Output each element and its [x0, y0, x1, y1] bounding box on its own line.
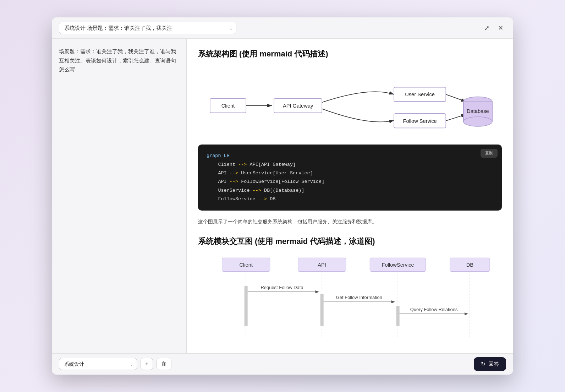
code-line-4: API --> FollowService[Follow Service]	[207, 178, 493, 186]
right-panel: 系统架构图 (使用 mermaid 代码描述) Client	[187, 39, 513, 353]
code-block: 复制 graph LR Client --> API[API Gateway] …	[198, 145, 502, 211]
left-panel: 场景题：需求：谁关注了我，我关注了谁，谁与我互相关注。表该如何设计，索引怎么建。…	[52, 39, 187, 353]
window-controls: ⤢ ✕	[481, 23, 506, 33]
arrow-user-db	[446, 94, 466, 102]
bottom-select[interactable]: 系统设计	[59, 358, 137, 370]
activation-follow	[396, 306, 400, 326]
arrow-follow-db	[446, 114, 466, 121]
msg2-text: Get Follow Information	[336, 295, 382, 300]
close-button[interactable]: ✕	[495, 23, 506, 33]
title-bar: 系统设计 场景题：需求：谁关注了我，我关注 ⤢ ✕	[52, 17, 513, 39]
swimlane-api-text: API	[318, 262, 326, 268]
bottom-select-wrapper: 系统设计	[59, 358, 137, 370]
code-line-3: API --> UserService[User Service]	[207, 169, 493, 178]
title-select[interactable]: 系统设计 场景题：需求：谁关注了我，我关注	[59, 22, 236, 34]
delete-button[interactable]: 🗑	[157, 358, 171, 370]
submit-label: 回答	[488, 361, 499, 368]
user-service-label: User Service	[405, 92, 435, 98]
code-line-6: FollowService --> DB	[207, 195, 493, 203]
submit-button[interactable]: ↻ 回答	[474, 357, 506, 371]
arrow-api-user	[322, 92, 394, 103]
swimlane-client-text: Client	[239, 262, 252, 268]
msg1-text: Request Follow Data	[260, 285, 303, 290]
arrow-api-follow	[322, 109, 394, 122]
swimlane-db-text: DB	[466, 262, 473, 268]
client-label: Client	[221, 103, 235, 109]
swimlane-title: 系统模块交互图 (使用 mermaid 代码描述，泳道图)	[198, 236, 502, 247]
expand-button[interactable]: ⤢	[481, 23, 492, 33]
activation-client	[245, 286, 248, 326]
db-bottom-ellipse	[463, 117, 492, 126]
code-line-2: Client --> API[API Gateway]	[207, 160, 493, 169]
swimlane-svg: Client API FollowService DB	[198, 254, 502, 342]
follow-service-label: Follow Service	[403, 118, 437, 124]
swimlane-diagram: Client API FollowService DB	[198, 254, 502, 343]
arch-svg: Client API Gateway User Service	[198, 66, 502, 146]
arch-description: 这个图展示了一个简单的社交服务系统架构，包括用户服务、关注服务和数据库。	[198, 218, 502, 226]
add-button[interactable]: +	[141, 358, 153, 370]
submit-icon: ↻	[481, 361, 486, 367]
main-content: 场景题：需求：谁关注了我，我关注了谁，谁与我互相关注。表该如何设计，索引怎么建。…	[52, 39, 513, 353]
arch-section: 系统架构图 (使用 mermaid 代码描述) Client	[198, 49, 502, 226]
api-gateway-label: API Gateway	[283, 103, 313, 109]
arch-title: 系统架构图 (使用 mermaid 代码描述)	[198, 49, 502, 59]
db-label: Database	[467, 108, 489, 114]
scenario-text: 场景题：需求：谁关注了我，我关注了谁，谁与我互相关注。表该如何设计，索引怎么建。…	[59, 47, 179, 344]
title-selector-wrapper: 系统设计 场景题：需求：谁关注了我，我关注	[59, 22, 236, 34]
msg3-text: Query Follow Relations	[410, 307, 458, 312]
copy-button[interactable]: 复制	[481, 149, 498, 158]
code-line-5: UserService --> DB[(Database)]	[207, 186, 493, 195]
swimlane-follow-text: FollowService	[382, 262, 414, 268]
swimlane-section: 系统模块交互图 (使用 mermaid 代码描述，泳道图) Client	[198, 236, 502, 343]
activation-api	[320, 294, 324, 326]
code-content: graph LR Client --> API[API Gateway] API…	[207, 152, 493, 203]
code-line-1: graph LR	[207, 152, 493, 160]
bottom-toolbar: 系统设计 + 🗑 ↻ 回答	[52, 353, 513, 375]
arch-diagram: Client API Gateway User Service	[198, 66, 502, 137]
main-window: 系统设计 场景题：需求：谁关注了我，我关注 ⤢ ✕ 场景题：需求：谁关注了我，我…	[52, 17, 513, 374]
